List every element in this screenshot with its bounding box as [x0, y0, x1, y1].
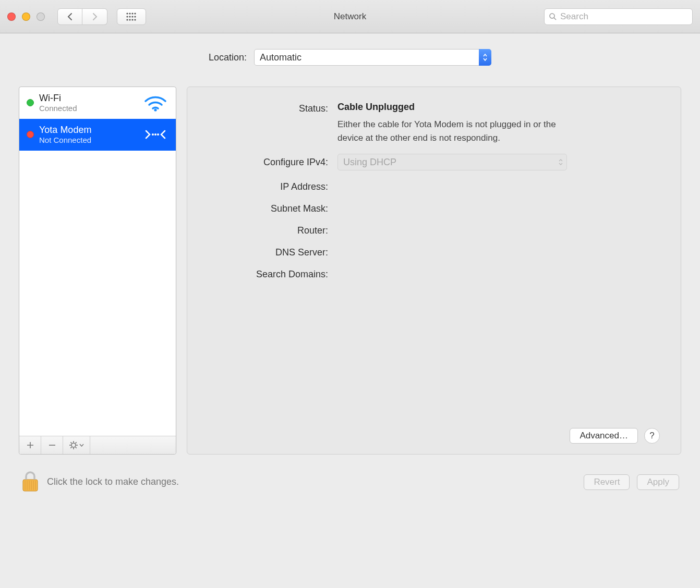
minus-icon: [49, 442, 56, 449]
service-name: Wi-Fi: [39, 93, 137, 104]
configure-ipv4-label: Configure IPv4:: [208, 154, 328, 168]
svg-point-5: [129, 16, 130, 17]
service-status: Not Connected: [39, 136, 137, 144]
lock-text: Click the lock to make changes.: [47, 476, 179, 487]
revert-button: Revert: [584, 474, 630, 490]
svg-line-25: [70, 447, 71, 448]
remove-service-button[interactable]: [41, 436, 63, 454]
configure-ipv4-select: Using DHCP: [337, 154, 567, 170]
location-label: Location:: [209, 52, 247, 63]
location-select[interactable]: Automatic: [254, 49, 491, 66]
dns-server-label: DNS Server:: [208, 246, 328, 258]
back-button[interactable]: [57, 8, 82, 25]
chevron-left-icon: [67, 13, 73, 21]
svg-point-18: [71, 443, 76, 447]
svg-point-7: [134, 16, 136, 17]
advanced-button[interactable]: Advanced…: [570, 428, 638, 444]
svg-point-9: [129, 19, 130, 20]
show-all-button[interactable]: [117, 8, 146, 25]
lock-button[interactable]: [21, 470, 40, 494]
status-description: Either the cable for Yota Modem is not p…: [337, 118, 567, 144]
toolbar: Network: [0, 0, 700, 33]
configure-ipv4-value: Using DHCP: [343, 157, 396, 168]
zoom-window-button: [37, 13, 45, 21]
service-item-wifi[interactable]: Wi-Fi Connected: [19, 87, 176, 119]
search-icon: [549, 13, 557, 21]
svg-line-13: [554, 18, 556, 20]
svg-point-2: [131, 13, 133, 14]
window-controls: [7, 13, 45, 21]
svg-line-23: [70, 442, 71, 443]
chevron-right-icon: [92, 13, 98, 21]
forward-button[interactable]: [82, 8, 107, 25]
search-input[interactable]: [560, 11, 688, 22]
location-row: Location: Automatic: [19, 49, 681, 66]
svg-point-10: [131, 19, 133, 20]
svg-point-16: [154, 133, 156, 136]
chevron-down-icon: [79, 444, 84, 447]
updown-chevron-icon: [558, 154, 563, 170]
search-field[interactable]: [544, 8, 693, 25]
status-dot-connected-icon: [27, 99, 34, 106]
svg-point-1: [129, 13, 130, 14]
search-domains-label: Search Domains:: [208, 267, 328, 280]
service-item-yota-modem[interactable]: Yota Modem Not Connected: [19, 119, 176, 151]
apply-button: Apply: [637, 474, 679, 490]
svg-point-12: [550, 14, 554, 18]
grid-icon: [126, 13, 137, 21]
router-label: Router:: [208, 224, 328, 236]
detail-pane: Status: Cable Unplugged Either the cable…: [187, 87, 681, 455]
ip-address-label: IP Address:: [208, 180, 328, 192]
wifi-icon: [142, 92, 168, 113]
bottom-row: Click the lock to make changes. Revert A…: [19, 470, 681, 494]
svg-point-8: [126, 19, 128, 20]
svg-point-17: [157, 133, 159, 136]
minimize-window-button[interactable]: [22, 13, 30, 21]
close-window-button[interactable]: [7, 13, 16, 21]
svg-point-15: [152, 133, 154, 136]
svg-line-24: [75, 447, 76, 448]
subnet-mask-label: Subnet Mask:: [208, 202, 328, 214]
gear-icon: [69, 441, 78, 449]
help-button[interactable]: ?: [644, 428, 660, 444]
status-label: Status:: [208, 102, 328, 114]
updown-chevron-icon: [479, 49, 491, 66]
svg-line-26: [75, 442, 76, 443]
status-value: Cable Unplugged: [337, 102, 660, 113]
status-dot-disconnected-icon: [27, 131, 34, 138]
service-list-footer: [19, 436, 176, 454]
service-status: Connected: [39, 104, 137, 113]
lock-icon: [21, 470, 40, 492]
svg-point-4: [126, 16, 128, 17]
service-action-menu[interactable]: [63, 436, 90, 454]
svg-point-6: [131, 16, 133, 17]
content-area: Location: Automatic Wi-Fi Connected: [0, 33, 700, 509]
svg-point-0: [126, 13, 128, 14]
ethernet-icon: [142, 124, 168, 145]
svg-point-11: [134, 19, 136, 20]
svg-point-14: [154, 108, 156, 111]
add-service-button[interactable]: [19, 436, 41, 454]
nav-buttons: [57, 8, 107, 25]
service-name: Yota Modem: [39, 125, 137, 136]
service-list: Wi-Fi Connected: [19, 87, 176, 455]
svg-point-3: [134, 13, 136, 14]
plus-icon: [27, 442, 34, 449]
location-value: Automatic: [260, 52, 301, 63]
